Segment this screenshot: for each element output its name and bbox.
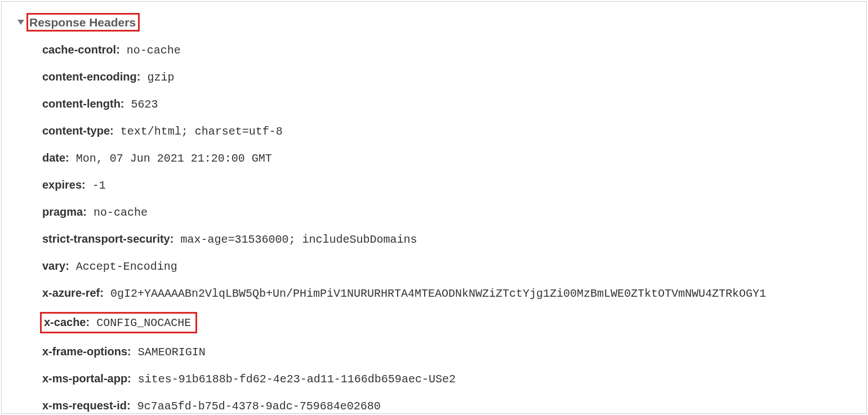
header-entry: content-type: text/html; charset=utf-8 xyxy=(42,124,283,137)
response-headers-list: cache-control: no-cachecontent-encoding:… xyxy=(17,42,851,414)
header-row: content-length: 5623 xyxy=(42,96,851,113)
header-key: x-cache: xyxy=(44,316,90,328)
header-value: text/html; charset=utf-8 xyxy=(114,125,283,138)
header-row: x-frame-options: SAMEORIGIN xyxy=(42,343,851,360)
section-title-row[interactable]: Response Headers xyxy=(17,13,851,32)
header-row: vary: Accept-Encoding xyxy=(42,258,851,275)
header-row: x-ms-portal-app: sites-91b6188b-fd62-4e2… xyxy=(42,371,851,387)
header-entry: x-ms-portal-app: sites-91b6188b-fd62-4e2… xyxy=(42,372,456,385)
header-entry: x-frame-options: SAMEORIGIN xyxy=(42,345,206,358)
disclosure-triangle-icon xyxy=(17,20,24,25)
header-key: x-azure-ref: xyxy=(42,287,104,299)
header-value: no-cache xyxy=(87,206,148,219)
header-row: date: Mon, 07 Jun 2021 21:20:00 GMT xyxy=(42,150,851,167)
header-key: x-frame-options: xyxy=(42,345,131,358)
header-value: 0gI2+YAAAAABn2VlqLBW5Qb+Un/PHimPiV1NURUR… xyxy=(104,287,766,300)
header-row: x-azure-ref: 0gI2+YAAAAABn2VlqLBW5Qb+Un/… xyxy=(42,285,851,302)
header-value: SAMEORIGIN xyxy=(131,346,206,359)
header-entry: strict-transport-security: max-age=31536… xyxy=(42,233,417,245)
header-value: max-age=31536000; includeSubDomains xyxy=(173,233,417,246)
header-value: sites-91b6188b-fd62-4e23-ad11-1166db659a… xyxy=(131,373,456,386)
header-entry: x-azure-ref: 0gI2+YAAAAABn2VlqLBW5Qb+Un/… xyxy=(42,287,766,299)
header-key: expires: xyxy=(42,179,86,191)
header-row: expires: -1 xyxy=(42,177,851,194)
header-value: no-cache xyxy=(120,44,181,57)
header-row: x-ms-request-id: 9c7aa5fd-b75d-4378-9adc… xyxy=(42,398,851,414)
header-value: gzip xyxy=(140,71,174,84)
section-title: Response Headers xyxy=(26,13,140,32)
header-row: content-type: text/html; charset=utf-8 xyxy=(42,123,851,140)
header-value: CONFIG_NOCACHE xyxy=(90,316,191,329)
header-value: 5623 xyxy=(124,98,158,111)
header-row: content-encoding: gzip xyxy=(42,69,851,86)
header-key: content-type: xyxy=(42,124,114,137)
header-entry: cache-control: no-cache xyxy=(42,43,181,56)
header-key: cache-control: xyxy=(42,43,120,56)
header-entry: expires: -1 xyxy=(42,179,106,191)
header-key: pragma: xyxy=(42,206,87,218)
header-entry: pragma: no-cache xyxy=(42,206,148,218)
header-entry: vary: Accept-Encoding xyxy=(42,260,177,272)
header-entry: content-encoding: gzip xyxy=(42,70,174,83)
header-entry: x-ms-request-id: 9c7aa5fd-b75d-4378-9adc… xyxy=(42,399,381,412)
header-row: pragma: no-cache xyxy=(42,204,851,221)
header-key: content-encoding: xyxy=(42,70,140,83)
header-row: strict-transport-security: max-age=31536… xyxy=(42,231,851,248)
header-entry: x-cache: CONFIG_NOCACHE xyxy=(40,312,197,333)
response-headers-panel: Response Headers cache-control: no-cache… xyxy=(1,1,867,414)
header-key: x-ms-request-id: xyxy=(42,399,131,412)
header-key: date: xyxy=(42,151,69,164)
header-value: Mon, 07 Jun 2021 21:20:00 GMT xyxy=(69,152,272,165)
header-key: content-length: xyxy=(42,97,124,110)
header-key: vary: xyxy=(42,260,69,272)
header-key: strict-transport-security: xyxy=(42,233,173,245)
header-entry: date: Mon, 07 Jun 2021 21:20:00 GMT xyxy=(42,151,272,164)
header-value: -1 xyxy=(86,179,106,192)
header-row: cache-control: no-cache xyxy=(42,42,851,59)
header-key: x-ms-portal-app: xyxy=(42,372,131,385)
header-row: x-cache: CONFIG_NOCACHE xyxy=(42,312,851,333)
header-value: 9c7aa5fd-b75d-4378-9adc-759684e02680 xyxy=(131,400,381,413)
header-entry: content-length: 5623 xyxy=(42,97,158,110)
header-value: Accept-Encoding xyxy=(69,260,177,273)
